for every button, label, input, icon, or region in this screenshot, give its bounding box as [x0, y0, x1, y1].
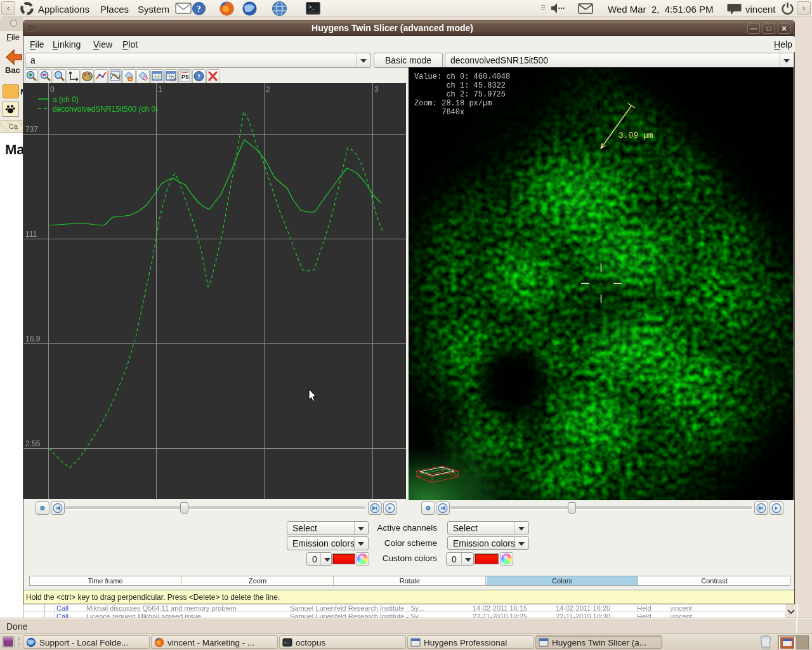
svg-text:ch 1: 45.8322: ch 1: 45.8322: [414, 81, 506, 90]
svg-text:a (ch 0): a (ch 0): [53, 95, 79, 104]
svg-text:737: 737: [25, 125, 38, 134]
svg-text:2.55: 2.55: [25, 439, 41, 448]
svg-text:?: ?: [197, 72, 201, 80]
svg-text:>_: >_: [284, 640, 289, 645]
svg-text:0: 0: [50, 85, 55, 94]
svg-text:ch 2: 75.9725: ch 2: 75.9725: [414, 90, 506, 99]
svg-text:3.09 µm: 3.09 µm: [619, 131, 653, 140]
svg-text:7640x: 7640x: [414, 108, 464, 117]
svg-text:deconvolvedSNR15it500 (ch 0): deconvolvedSNR15it500 (ch 0): [53, 105, 158, 114]
svg-text:>_: >_: [308, 4, 315, 11]
svg-text:16.9: 16.9: [25, 335, 41, 343]
svg-text:Zoom: 28.18 px/µm: Zoom: 28.18 px/µm: [414, 99, 492, 108]
svg-text:?: ?: [197, 4, 201, 14]
svg-text:2: 2: [266, 85, 270, 94]
svg-text:3: 3: [374, 85, 379, 94]
svg-text:111: 111: [25, 230, 37, 239]
svg-text:PS: PS: [181, 74, 189, 80]
svg-text:Value: ch 0: 460.4048: Value: ch 0: 460.4048: [414, 72, 510, 81]
svg-text:1: 1: [158, 85, 162, 94]
